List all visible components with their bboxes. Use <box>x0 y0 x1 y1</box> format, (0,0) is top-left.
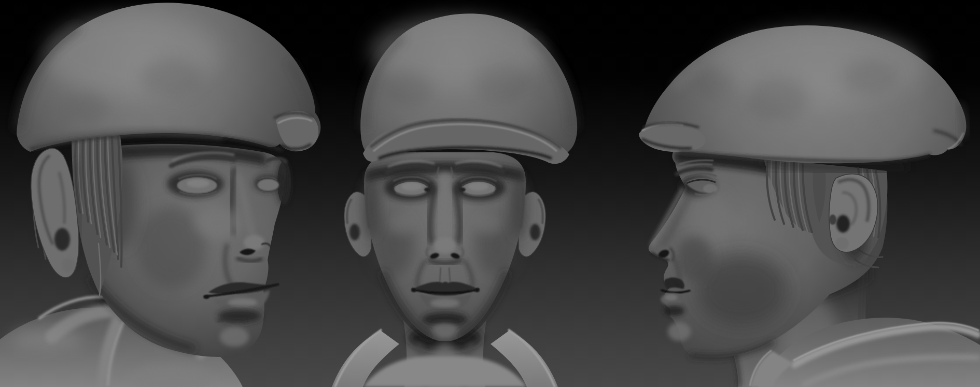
nose-bridge-highlight <box>436 172 454 241</box>
eyeball-highlight-left <box>401 182 422 191</box>
ear-lobe <box>62 258 75 273</box>
under-lip-shadow <box>218 309 261 323</box>
mouth-corner-right <box>474 288 480 292</box>
shoulder-highlight <box>10 328 83 351</box>
ear-tragus <box>829 214 836 225</box>
eyeball-highlight-near <box>187 179 209 188</box>
temple-shadow-left <box>362 176 381 238</box>
mouth-corner <box>203 295 209 299</box>
chin-highlight <box>431 323 458 338</box>
lower-lip-highlight <box>665 294 677 300</box>
cheek-hollow <box>677 236 713 282</box>
cheekbone-highlight-right <box>472 211 503 234</box>
cap-fabric-dent <box>376 70 433 106</box>
inner-canthus-left <box>424 188 430 192</box>
ear-left-concha <box>349 224 360 240</box>
sculpt-viewport[interactable] <box>0 0 980 387</box>
lower-lip-highlight <box>430 298 459 308</box>
nose-tip-highlight <box>244 235 264 250</box>
chin-highlight <box>220 327 249 347</box>
sculpt-canvas[interactable] <box>0 0 980 387</box>
chin-highlight <box>668 322 691 341</box>
ear-lobe <box>835 237 849 250</box>
lower-lip-highlight <box>228 298 257 307</box>
cap-fabric-dent-2 <box>474 65 531 101</box>
cheekbone-highlight-left <box>386 211 417 234</box>
cap-fabric-dent-2 <box>843 60 900 96</box>
cap-fabric-dent <box>747 78 809 119</box>
cap-fabric-dent-2 <box>57 93 109 124</box>
cheekbone-highlight <box>194 207 241 238</box>
eyeball-highlight-right <box>468 182 488 191</box>
cap-fabric-dent-3 <box>695 67 736 98</box>
mouth-corner-left <box>411 288 416 292</box>
inner-canthus-right <box>459 188 466 192</box>
cap-fabric-dent <box>140 59 202 96</box>
under-lip-shadow <box>664 306 684 316</box>
nose-tip-highlight <box>433 237 456 254</box>
ear-concha <box>836 215 850 233</box>
ear-concha <box>54 228 70 251</box>
ear-right-concha <box>530 224 540 240</box>
eyeball-profile <box>703 184 718 193</box>
temple-shadow-right <box>509 176 528 238</box>
